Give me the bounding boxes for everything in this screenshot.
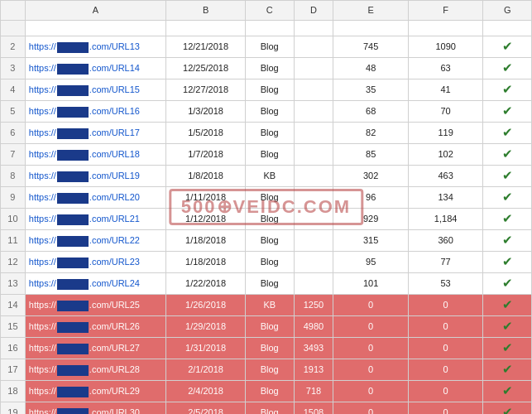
url-cell[interactable]: https://.com/URL28 [25, 359, 165, 381]
url-cell[interactable]: https://.com/URL30 [25, 402, 165, 415]
url-com: .com/ [89, 63, 112, 73]
table-row[interactable]: 10https://.com/URL211/12/2018Blog9291,18… [1, 209, 532, 230]
url-com: .com/ [89, 407, 112, 414]
url-prefix: https:// [29, 321, 56, 331]
indexed-cell: ✔ [483, 381, 532, 402]
kw1-cell: 0 [333, 359, 408, 381]
col-letter-e[interactable]: E [333, 1, 408, 21]
url-cell[interactable]: https://.com/URL14 [25, 58, 165, 79]
check-icon: ✔ [502, 147, 513, 161]
row-number: 10 [1, 209, 26, 230]
url-prefix: https:// [29, 63, 56, 73]
header-words [294, 21, 333, 36]
table-row[interactable]: 18https://.com/URL292/4/2018Blog71800✔ [1, 381, 532, 402]
url-cell[interactable]: https://.com/URL26 [25, 316, 165, 338]
table-row[interactable]: 4https://.com/URL1512/27/2018Blog3541✔ [1, 79, 532, 101]
table-row[interactable]: 12https://.com/URL231/18/2018Blog9577✔ [1, 252, 532, 273]
data-table: A B C D E F G 2https://.com/URL1312/21 [0, 0, 532, 414]
table-row[interactable]: 9https://.com/URL201/11/2018Blog96134✔ [1, 187, 532, 209]
col-letter-f[interactable]: F [408, 1, 482, 21]
url-cell[interactable]: https://.com/URL25 [25, 295, 165, 316]
table-row[interactable]: 15https://.com/URL261/29/2018Blog498000✔ [1, 316, 532, 338]
words-cell [294, 209, 333, 230]
words-cell: 1913 [294, 359, 333, 381]
url-cell[interactable]: https://.com/URL18 [25, 144, 165, 166]
url-blue-block [57, 42, 89, 53]
url-cell[interactable]: https://.com/URL13 [25, 36, 165, 58]
table-row[interactable]: 16https://.com/URL271/31/2018Blog349300✔ [1, 338, 532, 359]
url-cell[interactable]: https://.com/URL16 [25, 101, 165, 123]
date-cell: 1/7/2018 [166, 144, 246, 166]
row-number: 16 [1, 338, 26, 359]
table-row[interactable]: 13https://.com/URL241/22/2018Blog10153✔ [1, 273, 532, 295]
check-icon: ✔ [502, 297, 513, 311]
url-blue-block [57, 279, 89, 290]
date-cell: 1/3/2018 [166, 101, 246, 123]
table-row[interactable]: 2https://.com/URL1312/21/2018Blog7451090… [1, 36, 532, 58]
kw2-cell: 0 [408, 359, 482, 381]
url-id: URL19 [112, 171, 140, 181]
kw1-cell: 0 [333, 402, 408, 415]
kw2-cell: 134 [408, 187, 482, 209]
url-id: URL17 [112, 128, 140, 137]
url-cell[interactable]: https://.com/URL19 [25, 166, 165, 187]
url-cell[interactable]: https://.com/URL27 [25, 338, 165, 359]
indexed-cell: ✔ [483, 79, 532, 101]
kw1-cell: 35 [333, 79, 408, 101]
row-number: 14 [1, 295, 26, 316]
url-cell[interactable]: https://.com/URL15 [25, 79, 165, 101]
url-cell[interactable]: https://.com/URL24 [25, 273, 165, 295]
date-cell: 1/26/2018 [166, 295, 246, 316]
words-cell [294, 123, 333, 144]
kw1-cell: 95 [333, 252, 408, 273]
url-id: URL30 [112, 407, 140, 414]
url-id: URL22 [112, 235, 140, 245]
check-icon: ✔ [502, 254, 513, 268]
header-url [25, 21, 165, 36]
indexed-cell: ✔ [483, 273, 532, 295]
table-row[interactable]: 19https://.com/URL302/5/2018Blog150800✔ [1, 402, 532, 415]
row-number: 9 [1, 187, 26, 209]
url-blue-block [57, 64, 89, 75]
table-row[interactable]: 11https://.com/URL221/18/2018Blog315360✔ [1, 230, 532, 252]
table-row[interactable]: 7https://.com/URL181/7/2018Blog85102✔ [1, 144, 532, 166]
col-letter-g[interactable]: G [483, 1, 532, 21]
check-icon: ✔ [502, 39, 513, 53]
corner-cell [1, 1, 26, 21]
col-letter-c[interactable]: C [245, 1, 294, 21]
check-icon: ✔ [502, 405, 513, 414]
url-id: URL14 [112, 63, 140, 73]
url-cell[interactable]: https://.com/URL17 [25, 123, 165, 144]
kw2-cell: 102 [408, 144, 482, 166]
row-number: 5 [1, 101, 26, 123]
url-blue-block [57, 301, 89, 311]
url-prefix: https:// [29, 235, 56, 245]
check-icon: ✔ [502, 233, 513, 247]
kw2-cell: 463 [408, 166, 482, 187]
col-letter-d[interactable]: D [294, 1, 333, 21]
col-letter-a[interactable]: A [25, 1, 165, 21]
url-id: URL13 [112, 41, 140, 51]
url-cell[interactable]: https://.com/URL22 [25, 230, 165, 252]
url-id: URL29 [112, 386, 140, 396]
type-cell: Blog [245, 144, 294, 166]
table-row[interactable]: 3https://.com/URL1412/25/2018Blog4863✔ [1, 58, 532, 79]
url-id: URL16 [112, 106, 140, 116]
url-cell[interactable]: https://.com/URL21 [25, 209, 165, 230]
table-row[interactable]: 14https://.com/URL251/26/2018KB125000✔ [1, 295, 532, 316]
table-row[interactable]: 5https://.com/URL161/3/2018Blog6870✔ [1, 101, 532, 123]
url-blue-block [57, 193, 89, 204]
url-cell[interactable]: https://.com/URL23 [25, 252, 165, 273]
col-letter-b[interactable]: B [166, 1, 246, 21]
url-cell[interactable]: https://.com/URL29 [25, 381, 165, 402]
url-prefix: https:// [29, 41, 56, 51]
table-row[interactable]: 17https://.com/URL282/1/2018Blog191300✔ [1, 359, 532, 381]
url-id: URL23 [112, 257, 140, 267]
words-cell [294, 58, 333, 79]
table-row[interactable]: 8https://.com/URL191/8/2018KB302463✔ [1, 166, 532, 187]
url-blue-block [57, 258, 89, 268]
table-row[interactable]: 6https://.com/URL171/5/2018Blog82119✔ [1, 123, 532, 144]
row-number: 12 [1, 252, 26, 273]
indexed-cell: ✔ [483, 230, 532, 252]
url-cell[interactable]: https://.com/URL20 [25, 187, 165, 209]
